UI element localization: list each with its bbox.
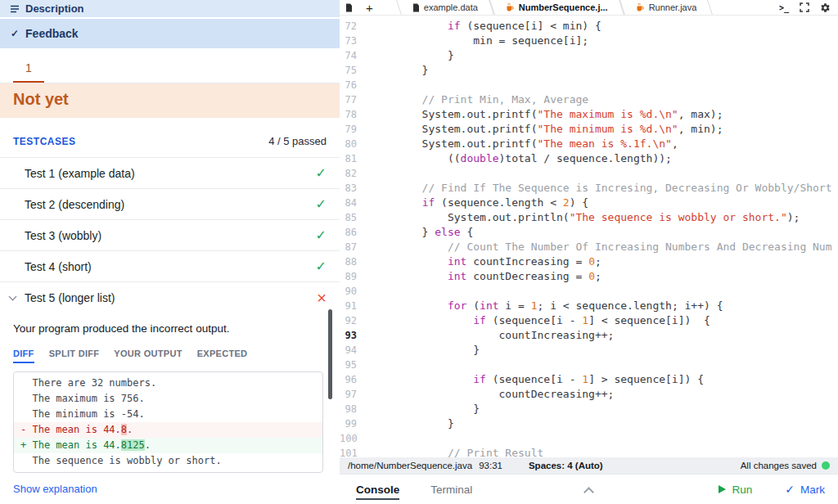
test-row[interactable]: Test 1 (example data)✓ bbox=[0, 157, 340, 188]
code-text: min = sequence[i]; bbox=[371, 34, 588, 48]
java-file-icon bbox=[506, 2, 515, 12]
code-line-94[interactable]: 94 } bbox=[340, 343, 838, 358]
test-name: Test 4 (short) bbox=[25, 260, 92, 273]
test-row[interactable]: Test 4 (short)✓ bbox=[0, 250, 340, 281]
diff-line: - The mean is 44.8. bbox=[14, 422, 322, 438]
new-tab-button[interactable]: + bbox=[358, 0, 381, 15]
line-number: 80 bbox=[340, 137, 371, 151]
code-text: countDecreasing++; bbox=[371, 387, 614, 402]
line-number: 99 bbox=[340, 416, 371, 431]
scrollbar-thumb[interactable] bbox=[328, 309, 332, 399]
tab-feedback-label: Feedback bbox=[25, 27, 79, 40]
code-line-95[interactable]: 95 bbox=[340, 358, 838, 372]
test-row[interactable]: Test 5 (longer list)× bbox=[0, 281, 340, 313]
code-line-100[interactable]: 100 bbox=[340, 431, 838, 446]
fullscreen-icon[interactable] bbox=[800, 2, 809, 12]
code-line-101[interactable]: 101 // Print Result bbox=[340, 446, 838, 457]
tab-console[interactable]: Console bbox=[356, 484, 399, 496]
code-line-72[interactable]: 72 if (sequence[i] < min) { bbox=[340, 19, 838, 34]
code-line-80[interactable]: 80 System.out.printf("The mean is %.1f.\… bbox=[340, 137, 838, 151]
run-button[interactable]: Run bbox=[719, 484, 753, 496]
testcases-passed-count: 4 / 5 passed bbox=[268, 135, 327, 147]
file-tab-runner-java[interactable]: Runner.java bbox=[622, 0, 711, 15]
tab-feedback[interactable]: ✓ Feedback bbox=[0, 19, 340, 48]
save-status-label: All changes saved bbox=[741, 461, 817, 470]
code-text: } bbox=[371, 63, 428, 78]
code-line-96[interactable]: 96 if (sequence[i - 1] > sequence[i]) { bbox=[340, 372, 838, 387]
attempt-tabs: 1 bbox=[0, 48, 340, 83]
code-text: // Find If The Sequence is Incresing, De… bbox=[371, 181, 832, 196]
code-line-88[interactable]: 88 int countIncreasing = 0; bbox=[340, 254, 838, 269]
code-line-99[interactable]: 99 } bbox=[340, 416, 838, 431]
code-line-85[interactable]: 85 System.out.println("The sequence is w… bbox=[340, 210, 838, 225]
code-line-90[interactable]: 90 bbox=[340, 284, 838, 299]
line-number: 94 bbox=[340, 343, 371, 358]
code-text: System.out.println("The sequence is wobb… bbox=[371, 210, 800, 225]
feedback-panel: Description ✓ Feedback 1 Not yet TESTCAS… bbox=[0, 0, 340, 504]
diff-line: The minimum is -54. bbox=[14, 407, 322, 422]
code-line-81[interactable]: 81 ((double)total / sequence.length)); bbox=[340, 151, 838, 166]
code-editor[interactable]: 72 if (sequence[i] < min) {73 min = sequ… bbox=[340, 16, 838, 457]
test-row[interactable]: Test 2 (descending)✓ bbox=[0, 188, 340, 219]
test-name: Test 2 (descending) bbox=[25, 198, 124, 211]
code-text: // Count The Number Of Increasing Number… bbox=[371, 240, 832, 254]
show-explanation-link[interactable]: Show explanation bbox=[13, 483, 97, 495]
code-text: } bbox=[371, 48, 454, 63]
diff-view-tab-expected[interactable]: EXPECTED bbox=[197, 349, 248, 363]
indentation-setting[interactable]: Spaces: 4 (Auto) bbox=[529, 461, 603, 470]
diff-view-tab-diff[interactable]: DIFF bbox=[13, 349, 34, 363]
code-line-83[interactable]: 83 // Find If The Sequence is Incresing,… bbox=[340, 181, 838, 196]
terminal-icon[interactable]: >_ bbox=[779, 3, 789, 12]
tab-terminal[interactable]: Terminal bbox=[430, 484, 472, 496]
code-line-98[interactable]: 98 } bbox=[340, 402, 838, 416]
code-line-76[interactable]: 76 bbox=[340, 78, 838, 92]
pass-check-icon: ✓ bbox=[316, 259, 327, 274]
code-line-75[interactable]: 75 } bbox=[340, 63, 838, 78]
code-line-74[interactable]: 74 } bbox=[340, 48, 838, 63]
files-icon[interactable] bbox=[340, 0, 358, 15]
line-number: 76 bbox=[340, 78, 371, 92]
line-number: 97 bbox=[340, 387, 371, 402]
tabbar-actions: >_ bbox=[779, 0, 838, 15]
code-line-73[interactable]: 73 min = sequence[i]; bbox=[340, 34, 838, 48]
code-line-97[interactable]: 97 countDecreasing++; bbox=[340, 387, 838, 402]
line-number: 100 bbox=[340, 431, 371, 446]
editor-tabbar: + example.dataNumberSequence.j...Runner.… bbox=[340, 0, 838, 16]
code-line-92[interactable]: 92 if (sequence[i - 1] < sequence[i]) { bbox=[340, 313, 838, 328]
diff-view-tab-your-output[interactable]: YOUR OUTPUT bbox=[114, 349, 182, 363]
console-bar: Console Terminal Run ✓ Mark bbox=[340, 474, 838, 504]
testcases-title: TESTCASES bbox=[13, 136, 76, 147]
test-name: Test 5 (longer list) bbox=[25, 291, 115, 304]
test-row[interactable]: Test 3 (wobbly)✓ bbox=[0, 219, 340, 250]
mark-button[interactable]: ✓ Mark bbox=[785, 483, 825, 496]
diff-view-tab-split-diff[interactable]: SPLIT DIFF bbox=[49, 349, 100, 363]
play-icon bbox=[719, 485, 726, 493]
diff-line: The maximum is 756. bbox=[14, 391, 322, 407]
code-text: } bbox=[371, 416, 454, 431]
code-line-87[interactable]: 87 // Count The Number Of Increasing Num… bbox=[340, 240, 838, 254]
line-number: 83 bbox=[340, 181, 371, 196]
code-line-77[interactable]: 77 // Print Min, Max, Average bbox=[340, 92, 838, 107]
diff-line: + The mean is 44.8125. bbox=[14, 438, 322, 453]
file-tab-numbersequence-j-[interactable]: NumberSequence.j... bbox=[492, 0, 622, 15]
file-tab-label: NumberSequence.j... bbox=[519, 2, 608, 12]
code-line-82[interactable]: 82 bbox=[340, 166, 838, 181]
settings-gear-icon[interactable] bbox=[820, 2, 831, 13]
code-line-89[interactable]: 89 int countDecreasing = 0; bbox=[340, 269, 838, 284]
test-list: Test 1 (example data)✓Test 2 (descending… bbox=[0, 157, 340, 313]
code-line-78[interactable]: 78 System.out.printf("The maximum is %d.… bbox=[340, 107, 838, 122]
code-line-91[interactable]: 91 for (int i = 1; i < sequence.length; … bbox=[340, 299, 838, 313]
collapse-panel-chevron-icon[interactable] bbox=[583, 487, 594, 497]
code-line-86[interactable]: 86 } else { bbox=[340, 225, 838, 240]
file-path: /home/NumberSequence.java bbox=[348, 461, 472, 470]
code-line-84[interactable]: 84 if (sequence.length < 2) { bbox=[340, 196, 838, 210]
tab-description[interactable]: Description bbox=[0, 0, 340, 19]
attempt-tab-1[interactable]: 1 bbox=[13, 61, 44, 83]
file-tab-example-data[interactable]: example.data bbox=[399, 0, 492, 15]
line-number: 86 bbox=[340, 225, 371, 240]
code-line-93[interactable]: 93 countIncreasing++; bbox=[340, 328, 838, 343]
code-text: System.out.printf("The mean is %.1f.\n", bbox=[371, 137, 678, 151]
code-text: ((double)total / sequence.length)); bbox=[371, 151, 672, 166]
code-line-79[interactable]: 79 System.out.printf("The minimum is %d.… bbox=[340, 122, 838, 137]
diff-view-tabs: DIFFSPLIT DIFFYOUR OUTPUTEXPECTED bbox=[13, 349, 327, 363]
